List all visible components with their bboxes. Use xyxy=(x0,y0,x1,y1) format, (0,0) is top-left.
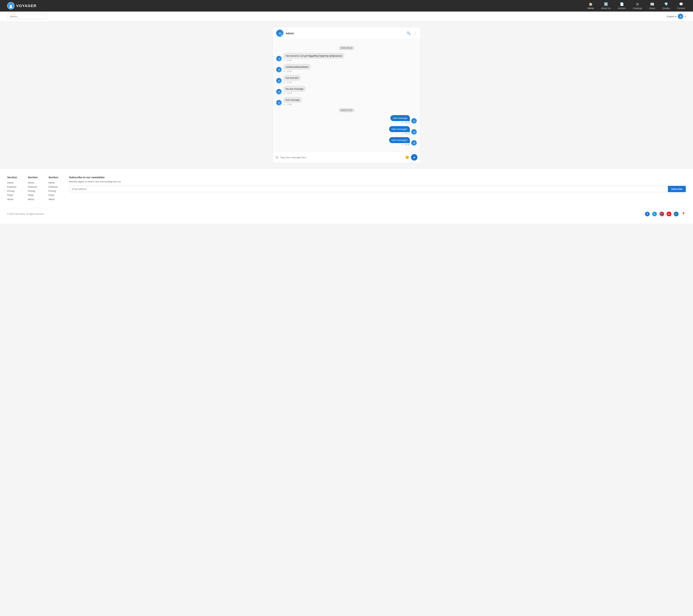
social-icons: f t 📷 ▶ in 📍 xyxy=(645,212,686,216)
language-selector[interactable]: English ▾ xyxy=(667,15,676,18)
brand-logo xyxy=(7,2,15,9)
msg-meta-3: ••• 13:42 xyxy=(283,81,301,83)
footer-link[interactable]: Home xyxy=(7,181,17,184)
footer-section-3-links: Home Features Pricing FAQs About xyxy=(48,181,58,201)
footer-link[interactable]: Features xyxy=(28,185,38,188)
right-controls: English ▾ A ▾ xyxy=(667,14,686,19)
footer-section-2-title: Section xyxy=(28,176,38,179)
msg-time-out-3: 20:30 xyxy=(405,143,410,146)
msg-bubble-out-2: web message2 xyxy=(389,126,410,132)
msg-bubble-4: the last message xyxy=(283,86,306,92)
location-icon[interactable]: 📍 xyxy=(681,212,686,216)
brand-name: VOYAGER xyxy=(16,4,37,8)
msg-dots-1: ••• xyxy=(283,59,286,61)
footer-link[interactable]: About xyxy=(48,198,58,201)
user-dropdown-icon[interactable]: ▾ xyxy=(685,15,686,18)
msg-dots-2: ••• xyxy=(283,70,286,73)
msg-time-out-2: 20:30 xyxy=(405,132,410,135)
footer-link[interactable]: Pricing xyxy=(28,190,38,192)
footer-link[interactable]: Home xyxy=(48,181,58,184)
nav-about[interactable]: ℹ️ About Us xyxy=(600,1,611,11)
emoji-picker-icon[interactable]: 🙂 xyxy=(405,155,409,159)
send-message-button[interactable]: ➤ xyxy=(411,154,417,161)
msg-meta-out-2: ••• 20:30 xyxy=(389,132,410,135)
msg-time-3: 13:42 xyxy=(287,81,292,83)
message-group-outgoing-3: U web message3 ••• 20:30 xyxy=(276,137,417,146)
nav-news[interactable]: 📰 News xyxy=(649,1,656,11)
msg-time-out-1: 20:29 xyxy=(405,121,410,124)
message-group-outgoing-2: U web message2 ••• 20:30 xyxy=(276,126,417,135)
chat-message-input[interactable] xyxy=(280,156,403,159)
nav-home[interactable]: 🏠 Home xyxy=(587,1,595,11)
date-separator-2: 2024-07-23 xyxy=(276,108,417,112)
svg-rect-3 xyxy=(10,4,12,5)
chat-input-area: ⊕ 🙂 ➤ xyxy=(273,152,420,163)
msg-content-out-3: web message3 ••• 20:30 xyxy=(389,137,410,146)
footer-link[interactable]: Pricing xyxy=(48,190,58,192)
footer-link[interactable]: Features xyxy=(7,185,17,188)
twitter-icon[interactable]: t xyxy=(652,212,657,216)
msg-avatar-2: A xyxy=(276,67,282,73)
footer-top: Section Home Features Pricing FAQs About… xyxy=(7,176,686,201)
footer-link[interactable]: FAQs xyxy=(48,194,58,197)
msg-content-4: the last message ••• 13:43 xyxy=(283,86,306,95)
nav-catalogs[interactable]: ⊞ Catalogs xyxy=(632,1,643,11)
user-avatar[interactable]: A xyxy=(678,14,683,19)
chat-body: 2024-06-16 A Test deneme 123 gdf fdggdff… xyxy=(273,40,420,152)
subscribe-button[interactable]: Subscribe xyxy=(668,186,686,192)
facebook-icon[interactable]: f xyxy=(645,212,650,216)
more-options-icon[interactable]: ⋮ xyxy=(414,31,417,35)
footer-link[interactable]: Home xyxy=(28,181,38,184)
date-badge-2: 2024-07-23 xyxy=(339,108,354,112)
msg-dots-3: ••• xyxy=(283,81,286,83)
newsletter-title: Subscribe to our newsletter xyxy=(69,176,686,179)
msg-dots-out-1: ••• xyxy=(401,121,404,124)
message-group-incoming-5: A test message ••• 13:50 xyxy=(276,97,417,105)
date-badge-1: 2024-06-16 xyxy=(339,46,354,50)
nav-quality[interactable]: 💎 Quality xyxy=(662,1,670,11)
youtube-icon[interactable]: ▶ xyxy=(667,212,671,216)
search-messages-icon[interactable]: 🔍 xyxy=(407,31,411,35)
add-attachment-icon[interactable]: ⊕ xyxy=(276,155,278,159)
chat-container: A Admin 🔍 ⋮ 2024-06-16 A Test deneme 123… xyxy=(273,27,420,163)
footer-section-3: Section Home Features Pricing FAQs About xyxy=(48,176,58,201)
msg-meta-1: ••• 12:52 xyxy=(283,59,344,61)
footer-link[interactable]: About xyxy=(7,198,17,201)
brand[interactable]: VOYAGER xyxy=(7,2,37,9)
footer-link[interactable]: FAQs xyxy=(28,194,38,197)
footer-link[interactable]: FAQs xyxy=(7,194,17,197)
message-group-outgoing-1: U web message ••• 20:29 xyxy=(276,115,417,124)
linkedin-icon[interactable]: in xyxy=(674,212,678,216)
footer-link[interactable]: About xyxy=(28,198,38,201)
msg-dots-out-2: ••• xyxy=(401,132,404,135)
msg-avatar-5: A xyxy=(276,100,282,105)
online-indicator xyxy=(281,35,283,37)
nav-contact[interactable]: 💬 Contact xyxy=(676,1,686,11)
msg-time-5: 13:50 xyxy=(287,103,292,105)
search-input[interactable] xyxy=(7,14,47,19)
msg-meta-2: ••• 12:53 xyxy=(283,70,311,73)
newsletter-email-input[interactable] xyxy=(69,186,668,192)
message-group-incoming-1: A Test deneme 123 gdf fdggdffdg hfgfghhf… xyxy=(276,53,417,61)
chat-admin-name: Admin xyxy=(286,32,294,35)
nav-articles[interactable]: 📄 Articles xyxy=(617,1,626,11)
msg-avatar-3: A xyxy=(276,78,282,83)
msg-content-3: test test test ••• 13:42 xyxy=(283,75,301,83)
msg-meta-out-3: ••• 20:30 xyxy=(389,143,410,146)
msg-content-out-1: web message ••• 20:29 xyxy=(390,115,410,124)
message-group-incoming-4: A the last message ••• 13:43 xyxy=(276,86,417,95)
catalogs-icon: ⊞ xyxy=(636,2,639,6)
footer-link[interactable]: Features xyxy=(48,185,58,188)
footer-section-3-title: Section xyxy=(48,176,58,179)
about-icon: ℹ️ xyxy=(604,2,608,6)
chat-admin-avatar: A xyxy=(276,29,283,37)
msg-bubble-5: test message xyxy=(283,97,302,103)
msg-dots-4: ••• xyxy=(283,92,286,95)
msg-content-out-2: web message2 ••• 20:30 xyxy=(389,126,410,135)
instagram-icon[interactable]: 📷 xyxy=(659,212,664,216)
msg-content-2: asddassaddsasdaads ••• 12:53 xyxy=(283,64,311,73)
footer-link[interactable]: Pricing xyxy=(7,190,17,192)
footer-section-2-links: Home Features Pricing FAQs About xyxy=(28,181,38,201)
chat-header: A Admin 🔍 ⋮ xyxy=(273,27,420,40)
msg-time-2: 12:53 xyxy=(287,70,292,73)
